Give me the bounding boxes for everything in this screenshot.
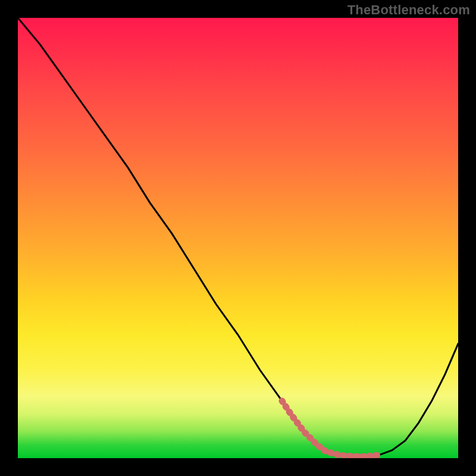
- trough-highlight-path: [282, 401, 379, 456]
- plot-area: [18, 18, 458, 458]
- bottleneck-curve-svg: [18, 18, 458, 458]
- chart-frame: TheBottleneck.com: [0, 0, 476, 476]
- watermark-text: TheBottleneck.com: [347, 2, 470, 18]
- bottleneck-curve-path: [18, 18, 458, 456]
